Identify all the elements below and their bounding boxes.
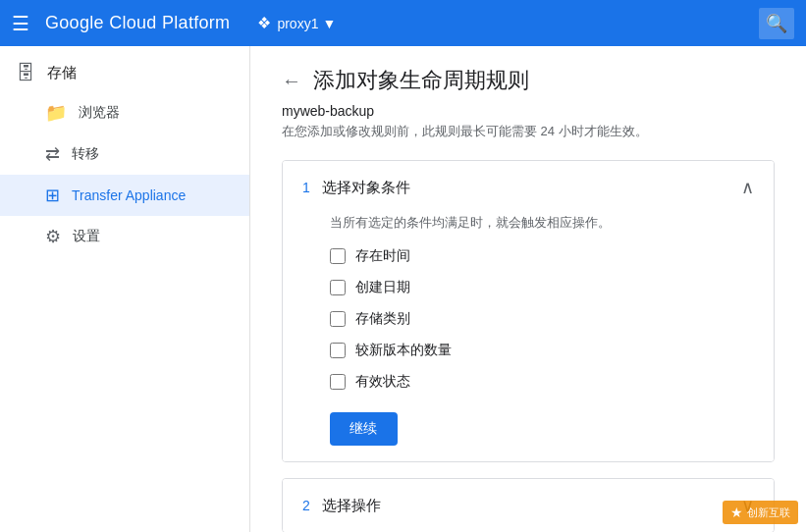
main-content: ← 添加对象生命周期规则 myweb-backup 在您添加或修改规则前，此规则… (250, 46, 806, 532)
page-header: ← 添加对象生命周期规则 (282, 66, 775, 95)
watermark: ★ 创新互联 (723, 501, 798, 524)
sidebar-item-transfer-appliance[interactable]: ⊞ Transfer Appliance (0, 175, 249, 216)
sidebar-section-label: 存储 (47, 64, 77, 82)
condition-live-state[interactable]: 有效状态 (330, 373, 754, 391)
watermark-icon: ★ (730, 505, 743, 520)
transfer-icon: ⇄ (45, 143, 60, 165)
sidebar-item-transfer[interactable]: ⇄ 转移 (0, 133, 249, 175)
appliance-icon: ⊞ (45, 185, 60, 206)
section2-accordion: 2 选择操作 ∨ (282, 478, 775, 532)
sidebar-item-label-browser: 浏览器 (79, 104, 120, 122)
section1-chevron-up-icon: ∧ (741, 177, 754, 198)
browser-icon: 📁 (45, 102, 67, 124)
sidebar-item-label-transfer: 转移 (72, 145, 99, 163)
topbar: ☰ Google Cloud Platform ❖ proxy1 ▼ 🔍 (0, 0, 806, 46)
condition-created-before-checkbox[interactable] (330, 280, 346, 295)
condition-storage-class-checkbox[interactable] (330, 311, 346, 327)
sidebar-item-settings[interactable]: ⚙ 设置 (0, 216, 249, 257)
bucket-name: myweb-backup (282, 103, 775, 119)
section1-header[interactable]: 1 选择对象条件 ∧ (283, 161, 774, 214)
sidebar-item-label-settings: 设置 (73, 228, 100, 245)
condition-live-state-label: 有效状态 (355, 373, 410, 391)
condition-live-state-checkbox[interactable] (330, 374, 346, 390)
layout: 🗄 存储 📁 浏览器 ⇄ 转移 ⊞ Transfer Appliance ⚙ 设… (0, 46, 806, 532)
project-icon: ❖ (257, 14, 271, 32)
condition-created-before-label: 创建日期 (355, 279, 410, 296)
condition-newer-versions-checkbox[interactable] (330, 343, 346, 358)
search-icon: 🔍 (766, 13, 787, 34)
settings-icon: ⚙ (45, 226, 61, 247)
condition-newer-versions-label: 较新版本的数量 (355, 342, 452, 359)
continue-button[interactable]: 继续 (330, 412, 398, 446)
back-button[interactable]: ← (282, 70, 301, 92)
project-name: proxy1 (277, 16, 318, 31)
section1-accordion: 1 选择对象条件 ∧ 当所有选定的条件均满足时，就会触发相应操作。 存在时间 创… (282, 160, 775, 462)
condition-storage-class[interactable]: 存储类别 (330, 310, 754, 328)
sidebar: 🗄 存储 📁 浏览器 ⇄ 转移 ⊞ Transfer Appliance ⚙ 设… (0, 46, 250, 532)
section1-subtitle: 当所有选定的条件均满足时，就会触发相应操作。 (330, 214, 754, 232)
storage-icon: 🗄 (16, 62, 35, 84)
menu-icon[interactable]: ☰ (12, 12, 29, 35)
section1-number: 1 (302, 180, 310, 195)
section2-header[interactable]: 2 选择操作 ∨ (283, 479, 774, 532)
condition-newer-versions[interactable]: 较新版本的数量 (330, 342, 754, 359)
notice-text: 在您添加或修改规则前，此规则最长可能需要 24 小时才能生效。 (282, 123, 775, 140)
search-button[interactable]: 🔍 (759, 8, 794, 39)
section2-number: 2 (302, 498, 310, 513)
condition-storage-class-label: 存储类别 (355, 310, 410, 328)
page-title: 添加对象生命周期规则 (313, 66, 529, 95)
sidebar-section-storage[interactable]: 🗄 存储 (0, 46, 249, 92)
project-selector[interactable]: ❖ proxy1 ▼ (257, 14, 336, 32)
section2-title: 选择操作 (322, 497, 381, 515)
chevron-down-icon: ▼ (322, 16, 336, 31)
condition-age-checkbox[interactable] (330, 248, 346, 264)
condition-age-label: 存在时间 (355, 247, 410, 265)
condition-created-before[interactable]: 创建日期 (330, 279, 754, 296)
sidebar-item-label-appliance: Transfer Appliance (72, 187, 186, 203)
section1-title: 选择对象条件 (322, 179, 410, 197)
app-title: Google Cloud Platform (45, 13, 230, 33)
watermark-text: 创新互联 (747, 505, 790, 520)
sidebar-item-browser[interactable]: 📁 浏览器 (0, 92, 249, 133)
condition-age[interactable]: 存在时间 (330, 247, 754, 265)
section1-body: 当所有选定的条件均满足时，就会触发相应操作。 存在时间 创建日期 存储类别 (283, 214, 774, 461)
